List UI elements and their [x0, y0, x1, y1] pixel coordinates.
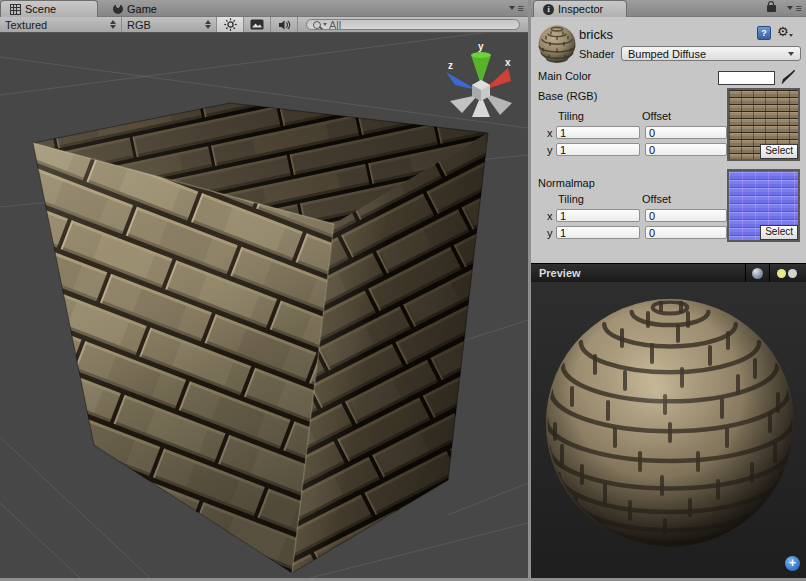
search-scope-caret-icon	[323, 23, 327, 26]
info-icon: i	[543, 4, 554, 15]
scene-3d-view: y x z	[0, 33, 528, 578]
gizmo-y-label: y	[478, 41, 484, 52]
updown-icon	[205, 20, 211, 29]
normalmap-offset-y-input[interactable]	[645, 226, 727, 239]
base-texture-label: Base (RGB)	[538, 90, 597, 102]
base-x-row-label: x	[547, 127, 553, 139]
brick-cube[interactable]	[33, 103, 488, 573]
main-color-label: Main Color	[538, 70, 591, 82]
inspector-lock[interactable]	[767, 5, 776, 12]
normalmap-thumbnail[interactable]: Select	[727, 169, 800, 242]
audio-toggle-button[interactable]	[271, 17, 298, 32]
inspector-panel: i Inspector ≡	[531, 0, 806, 578]
base-y-row-label: y	[547, 144, 553, 156]
caret-down-icon	[509, 6, 515, 10]
normalmap-offset-header: Offset	[642, 193, 671, 205]
speaker-icon	[278, 19, 291, 31]
skybox-toggle-button[interactable]	[244, 17, 271, 32]
lock-icon	[767, 5, 776, 12]
preview-model-button[interactable]	[745, 264, 769, 283]
scene-grid-icon	[10, 4, 21, 15]
search-icon	[313, 21, 321, 29]
scene-viewport[interactable]: y x z	[0, 33, 528, 578]
normalmap-y-row-label: y	[547, 227, 553, 239]
eyedropper-icon[interactable]	[781, 69, 796, 84]
material-name: bricks	[579, 27, 613, 42]
render-mode-dropdown[interactable]: Textured	[0, 17, 122, 32]
preview-header[interactable]: Preview	[531, 263, 806, 282]
updown-icon	[110, 20, 116, 29]
scene-orientation-gizmo[interactable]: y x z	[446, 41, 512, 117]
game-icon	[113, 4, 123, 14]
scene-tabstrip: Scene Game ≡	[0, 0, 528, 17]
scene-panel-menu[interactable]: ≡	[509, 3, 524, 13]
shader-dropdown[interactable]: Bumped Diffuse	[621, 46, 801, 61]
material-inspector: bricks Shader Bumped Diffuse ? ⚙ Main Co…	[531, 17, 806, 263]
tab-inspector[interactable]: i Inspector	[533, 0, 627, 17]
material-preview-area[interactable]: +	[531, 282, 806, 578]
normalmap-tiling-y-input[interactable]	[556, 226, 640, 239]
material-options-button[interactable]: ⚙	[777, 25, 793, 39]
base-offset-header: Offset	[642, 110, 671, 122]
lighting-spheres-icon	[776, 268, 798, 279]
base-select-button[interactable]: Select	[760, 144, 798, 159]
shader-value: Bumped Diffuse	[628, 48, 706, 60]
scene-panel: Scene Game ≡ Textured RGB	[0, 0, 528, 578]
caret-down-icon	[789, 34, 793, 37]
base-texture-thumbnail[interactable]: Select	[727, 88, 800, 161]
base-offset-y-input[interactable]	[645, 143, 727, 156]
normalmap-x-row-label: x	[547, 210, 553, 222]
scene-search-field[interactable]: All	[306, 19, 520, 30]
search-scope-label: All	[329, 19, 341, 31]
shader-label: Shader	[579, 48, 614, 60]
preview-lighting-button[interactable]	[769, 264, 798, 283]
sphere-icon	[752, 268, 763, 279]
base-tiling-y-input[interactable]	[556, 143, 640, 156]
chevron-down-icon	[788, 52, 794, 56]
tab-game[interactable]: Game	[104, 0, 166, 17]
base-offset-x-input[interactable]	[645, 126, 727, 139]
normalmap-offset-x-input[interactable]	[645, 209, 727, 222]
sun-icon	[224, 18, 237, 31]
normalmap-label: Normalmap	[538, 177, 595, 189]
inspector-tabstrip: i Inspector ≡	[531, 0, 806, 17]
color-channel-value: RGB	[127, 19, 151, 31]
gizmo-x-label: x	[505, 57, 511, 68]
menu-icon: ≡	[518, 3, 524, 13]
normalmap-tiling-x-input[interactable]	[556, 209, 640, 222]
normalmap-tiling-header: Tiling	[558, 193, 584, 205]
preview-sphere[interactable]	[531, 282, 806, 578]
help-icon[interactable]: ?	[757, 26, 771, 40]
tab-scene[interactable]: Scene	[0, 0, 98, 17]
color-channel-dropdown[interactable]: RGB	[122, 17, 217, 32]
image-icon	[250, 19, 264, 30]
gizmo-axis-cone[interactable]	[450, 95, 478, 113]
gizmo-z-label: z	[448, 60, 453, 71]
lighting-toggle-button[interactable]	[217, 17, 244, 32]
normalmap-select-button[interactable]: Select	[760, 225, 798, 240]
material-preview-thumbnail	[537, 23, 577, 63]
base-tiling-x-input[interactable]	[556, 126, 640, 139]
tab-game-label: Game	[127, 3, 157, 15]
caret-down-icon	[787, 6, 793, 10]
render-mode-value: Textured	[5, 19, 47, 31]
asset-labels-button[interactable]: +	[785, 556, 800, 571]
tab-scene-label: Scene	[25, 3, 56, 15]
main-color-swatch[interactable]	[718, 71, 775, 85]
menu-icon: ≡	[796, 3, 802, 13]
inspector-panel-menu[interactable]: ≡	[787, 3, 802, 13]
base-tiling-header: Tiling	[558, 110, 584, 122]
gear-icon: ⚙	[777, 25, 789, 39]
preview-title: Preview	[539, 267, 745, 279]
scene-toolbar: Textured RGB	[0, 17, 528, 33]
tab-inspector-label: Inspector	[558, 3, 603, 15]
